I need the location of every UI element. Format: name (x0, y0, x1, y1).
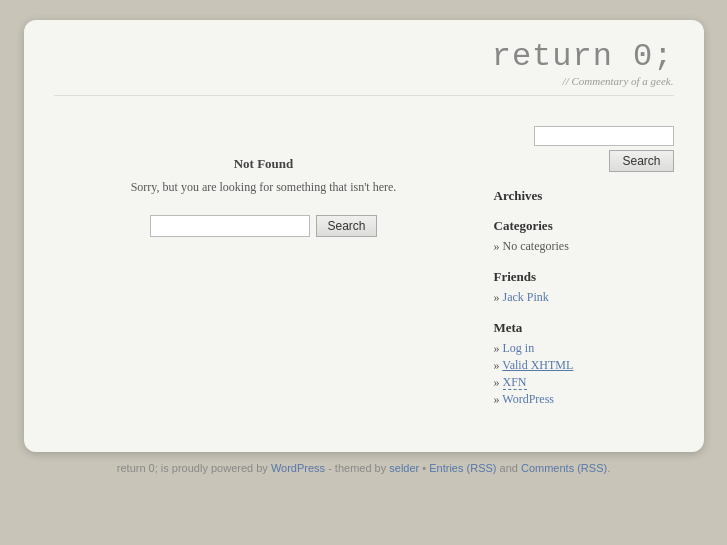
blog-title: return 0; (54, 38, 674, 75)
sidebar: Search Archives Categories » No categori… (494, 116, 674, 422)
sidebar-section-archives: Archives (494, 188, 674, 204)
sidebar-search-button[interactable]: Search (609, 150, 673, 172)
sidebar-archives-title: Archives (494, 188, 674, 204)
sidebar-search-form: Search (494, 126, 674, 172)
not-found-title: Not Found (54, 156, 474, 172)
sidebar-search-input[interactable] (534, 126, 674, 146)
main-container: return 0; // Commentary of a geek. Not F… (24, 20, 704, 452)
footer-text-after: . (607, 462, 610, 474)
footer-text-middle2: • (419, 462, 429, 474)
content-area: Not Found Sorry, but you are looking for… (24, 96, 704, 452)
sidebar-meta-wordpress[interactable]: » WordPress (494, 391, 674, 408)
sidebar-friends-title: Friends (494, 269, 674, 285)
blog-subtitle: // Commentary of a geek. (54, 75, 674, 87)
sidebar-categories-title: Categories (494, 218, 674, 234)
main-search-form: Search (54, 215, 474, 237)
sidebar-friend-jackpink[interactable]: » Jack Pink (494, 289, 674, 306)
sidebar-meta-xhtml[interactable]: » Valid XHTML (494, 357, 674, 374)
xfn-link[interactable]: XFN (503, 375, 527, 390)
sidebar-section-meta: Meta » Log in » Valid XHTML » XFN » Word… (494, 320, 674, 408)
sidebar-section-friends: Friends » Jack Pink (494, 269, 674, 306)
not-found-text: Sorry, but you are looking for something… (54, 180, 474, 195)
footer-text-middle3: and (496, 462, 520, 474)
login-link[interactable]: Log in (503, 341, 535, 355)
sidebar-meta-xfn[interactable]: » XFN (494, 374, 674, 391)
footer: return 0; is proudly powered by WordPres… (24, 452, 704, 482)
main-search-input[interactable] (150, 215, 310, 237)
wordpress-meta-link[interactable]: WordPress (502, 392, 554, 406)
blog-header: return 0; // Commentary of a geek. (24, 20, 704, 95)
footer-entries-rss-link[interactable]: Entries (RSS) (429, 462, 496, 474)
footer-selder-link[interactable]: selder (389, 462, 419, 474)
footer-text-middle1: - themed by (325, 462, 389, 474)
main-search-button[interactable]: Search (316, 215, 376, 237)
page-wrapper: return 0; // Commentary of a geek. Not F… (0, 0, 727, 545)
footer-text-before: return 0; is proudly powered by (117, 462, 271, 474)
sidebar-section-categories: Categories » No categories (494, 218, 674, 255)
valid-xhtml-link[interactable]: Valid XHTML (502, 358, 573, 372)
footer-comments-rss-link[interactable]: Comments (RSS) (521, 462, 607, 474)
sidebar-no-categories: » No categories (494, 238, 674, 255)
jack-pink-link[interactable]: Jack Pink (503, 290, 549, 304)
sidebar-meta-login[interactable]: » Log in (494, 340, 674, 357)
footer-wordpress-link[interactable]: WordPress (271, 462, 325, 474)
main-content: Not Found Sorry, but you are looking for… (54, 116, 474, 422)
sidebar-meta-title: Meta (494, 320, 674, 336)
